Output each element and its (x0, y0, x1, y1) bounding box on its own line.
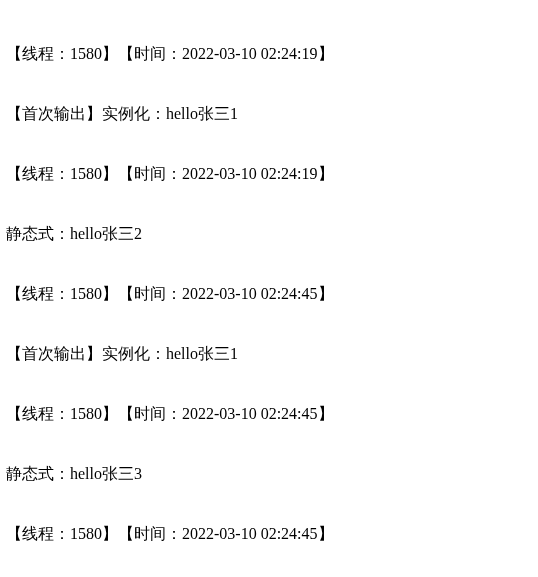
console-output-top: 【线程：1580】【时间：2022-03-10 02:24:19】 【首次输出】… (0, 0, 538, 577)
log-line: 【线程：1580】【时间：2022-03-10 02:24:45】 (6, 524, 532, 544)
log-line: 静态式：hello张三3 (6, 464, 532, 484)
log-line: 静态式：hello张三2 (6, 224, 532, 244)
log-line: 【线程：1580】【时间：2022-03-10 02:24:45】 (6, 404, 532, 424)
log-line: 【线程：1580】【时间：2022-03-10 02:24:19】 (6, 44, 532, 64)
log-line: 【线程：1580】【时间：2022-03-10 02:24:19】 (6, 164, 532, 184)
log-line: 【首次输出】实例化：hello张三1 (6, 104, 532, 124)
log-line: 【线程：1580】【时间：2022-03-10 02:24:45】 (6, 284, 532, 304)
log-line: 【首次输出】实例化：hello张三1 (6, 344, 532, 364)
